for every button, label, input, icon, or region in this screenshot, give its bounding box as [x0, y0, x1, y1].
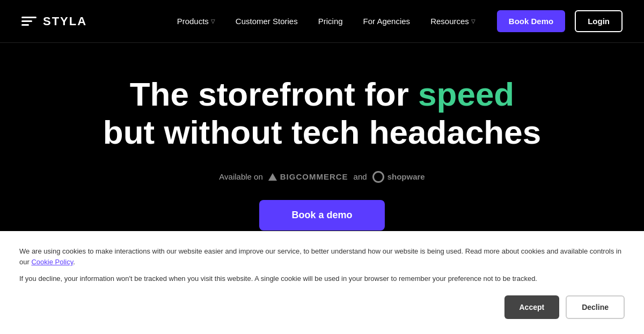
accept-button[interactable]: Accept — [504, 295, 560, 319]
chevron-down-icon-resources: ▽ — [471, 18, 475, 24]
brand-name: STYLA — [43, 14, 87, 28]
available-on: Available on BIGCOMMERCE and shopware — [219, 171, 425, 183]
nav-products[interactable]: Products ▽ — [170, 12, 223, 30]
cookie-policy-link[interactable]: Cookie Policy — [31, 258, 73, 266]
book-demo-button[interactable]: Book Demo — [497, 10, 565, 32]
triangle-shape — [268, 173, 277, 181]
nav-resources[interactable]: Resources ▽ — [423, 12, 483, 30]
nav-customer-stories[interactable]: Customer Stories — [228, 12, 305, 30]
logo[interactable]: STYLA — [21, 14, 87, 28]
chevron-down-icon: ▽ — [211, 18, 215, 24]
nav-pricing[interactable]: Pricing — [311, 12, 350, 30]
bigcommerce-logo: BIGCOMMERCE — [268, 172, 348, 181]
nav-for-agencies[interactable]: For Agencies — [356, 12, 418, 30]
decline-button[interactable]: Decline — [566, 295, 625, 319]
cookie-banner: We are using cookies to make interaction… — [0, 231, 644, 334]
nav-links: Products ▽ Customer Stories Pricing For … — [170, 10, 623, 32]
logo-icon — [21, 17, 36, 26]
hero-cta-button[interactable]: Book a demo — [259, 200, 384, 231]
login-button[interactable]: Login — [575, 10, 623, 32]
cookie-text-1: We are using cookies to make interaction… — [19, 246, 625, 269]
shopware-logo: shopware — [372, 171, 425, 183]
cookie-actions: Accept Decline — [19, 295, 625, 319]
bigcommerce-icon — [268, 173, 277, 181]
navbar: STYLA Products ▽ Customer Stories Pricin… — [0, 0, 644, 43]
cookie-text-2: If you decline, your information won't b… — [19, 273, 625, 285]
hero-section: The storefront for speed but without tec… — [0, 43, 644, 252]
shopware-icon — [372, 171, 384, 183]
hero-title: The storefront for speed but without tec… — [103, 75, 541, 152]
